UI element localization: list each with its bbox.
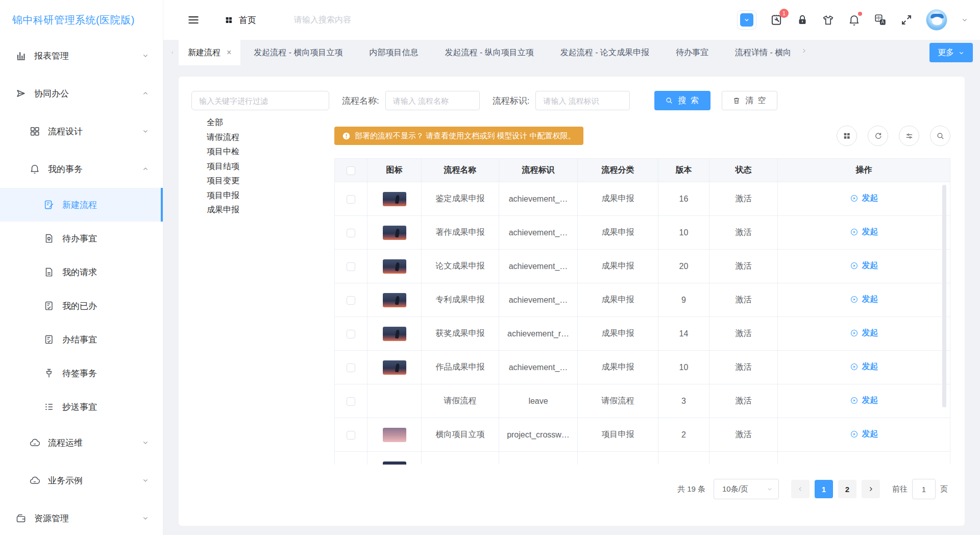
search-button[interactable]: 搜 索 [654,91,710,110]
tab-process-detail[interactable]: 流程详情 - 横向 [722,40,804,65]
apps-grid-icon [225,16,233,24]
prev-page-button[interactable] [791,480,810,498]
process-thumbnail [383,327,406,341]
table-search-button[interactable] [930,126,950,146]
launch-button[interactable]: 发起 [850,260,878,271]
chevron-up-icon [141,165,150,173]
page-size-select[interactable]: 10条/页 [714,479,779,499]
fullscreen-button[interactable] [900,14,913,26]
row-checkbox[interactable] [347,363,355,372]
launch-button[interactable]: 发起 [850,429,878,440]
row-checkbox[interactable] [347,330,355,338]
tab-internal-project-info[interactable]: 内部项目信息 [356,40,432,65]
row-checkbox[interactable] [347,397,355,406]
launch-button[interactable]: 发起 [850,193,878,204]
tab-start-lengthwise-project[interactable]: 发起流程 - 纵向项目立项 [432,40,547,65]
svg-text:A: A [881,19,885,25]
document-check-icon [43,334,55,345]
table-row: 获奖成果申报 achievement_r… 成果申报 14 激活 发起 [335,317,950,351]
sidebar-item-my-requests[interactable]: 我的请求 [0,255,163,289]
table-scrollbar[interactable] [942,185,946,407]
row-checkbox[interactable] [347,229,355,237]
sidebar-item-to-sign[interactable]: 待签事务 [0,356,163,390]
goto-page-input[interactable] [912,479,936,499]
process-thumbnail [383,259,406,274]
sidebar-item-process-ops[interactable]: 流程运维 [0,424,163,461]
launch-button[interactable]: 发起 [850,361,878,372]
keyword-filter-input[interactable] [191,91,329,110]
theme-button[interactable] [822,14,835,27]
tabs-scroll-right-icon[interactable] [798,47,810,54]
process-name-input[interactable] [385,91,480,110]
row-checkbox[interactable] [347,296,355,305]
tab-new-process[interactable]: 新建流程 × [179,40,240,65]
page-1-button[interactable]: 1 [815,480,833,498]
category-project-apply[interactable]: 项目申报 [207,188,324,203]
sidebar-item-cc[interactable]: 抄送事宜 [0,390,163,424]
sidebar-item-todo[interactable]: 待办事宜 [0,222,163,255]
page-2-button[interactable]: 2 [838,480,856,498]
launch-button[interactable]: 发起 [850,294,878,305]
tab-todo[interactable]: 待办事宜 [663,40,722,65]
sidebar-item-report-mgmt[interactable]: 报表管理 [0,37,163,75]
sidebar-item-my-done[interactable]: 我的已办 [0,289,163,323]
category-change[interactable]: 项目变更 [207,174,324,188]
table-row: 著作成果申报 achievement_… 成果申报 10 激活 发起 [335,216,950,250]
goto-page: 前往 页 [892,479,948,499]
wallet-icon [15,513,27,524]
category-list: 全部 请假流程 项目中检 项目结项 项目变更 项目申报 成果申报 [207,115,324,217]
row-checkbox[interactable] [347,431,355,440]
language-button[interactable]: 中A [874,13,887,27]
global-search-input[interactable] [294,15,457,25]
play-circle-icon [850,228,859,236]
category-mid-check[interactable]: 项目中检 [207,144,324,159]
chevron-left-icon [797,485,804,493]
hamburger-menu-icon[interactable] [187,13,200,27]
tasks-tools-button[interactable]: 1 [770,13,783,27]
quick-select-button[interactable] [737,10,756,30]
sidebar-item-new-process[interactable]: 新建流程 [0,188,163,222]
todo-document-icon [43,233,55,244]
sidebar-item-my-affairs[interactable]: 我的事务 [0,150,163,188]
home-nav[interactable]: 首页 [225,14,256,26]
sidebar-item-process-design[interactable]: 流程设计 [0,112,163,150]
sidebar-item-resource-mgmt[interactable]: 资源管理 [0,499,163,535]
avatar[interactable] [926,9,947,31]
next-page-button[interactable] [862,480,880,498]
close-icon[interactable]: × [227,48,231,57]
category-closing[interactable]: 项目结项 [207,159,324,174]
launch-button[interactable]: 发起 [850,227,878,237]
tab-start-crosswise-project[interactable]: 发起流程 - 横向项目立项 [240,40,356,65]
clear-button[interactable]: 清 空 [722,91,777,110]
launch-button[interactable]: 发起 [850,395,878,406]
user-menu-chevron-icon[interactable] [961,16,969,24]
table-row: 作品成果申报 achievement_… 成果申报 10 激活 发起 [335,351,950,384]
sidebar-item-closed[interactable]: 办结事宜 [0,323,163,356]
cloud-icon [29,437,40,448]
bell-icon [29,163,40,175]
process-thumbnail [383,461,406,465]
tab-bar: 新建流程 × 发起流程 - 横向项目立项 内部项目信息 发起流程 - 纵向项目立… [163,40,980,65]
column-settings-button[interactable] [899,126,919,146]
lock-screen-button[interactable] [796,14,808,26]
card-view-button[interactable] [837,126,857,146]
pagination: 共 19 条 10条/页 1 2 前往 页 [677,479,948,499]
sidebar-item-business-demo[interactable]: 业务示例 [0,461,163,499]
list-icon [43,401,55,412]
row-checkbox[interactable] [347,195,355,204]
process-key-input[interactable] [535,91,630,110]
category-leave[interactable]: 请假流程 [207,130,324,145]
category-achievement-apply[interactable]: 成果申报 [207,203,324,217]
sidebar-item-collab-office[interactable]: 协同办公 [0,75,163,112]
refresh-button[interactable] [868,126,888,146]
more-tabs-button[interactable]: 更多 [929,43,973,62]
tab-start-paper-achievement[interactable]: 发起流程 - 论文成果申报 [547,40,663,65]
category-all[interactable]: 全部 [207,115,324,130]
launch-button[interactable]: 发起 [850,328,878,338]
row-checkbox[interactable] [347,262,355,271]
select-all-checkbox[interactable] [347,166,355,175]
page-unit-label: 页 [940,484,948,494]
tabs-scroll-left-icon[interactable] [163,49,179,56]
chevron-down-icon [743,16,750,23]
notifications-button[interactable] [848,14,861,27]
